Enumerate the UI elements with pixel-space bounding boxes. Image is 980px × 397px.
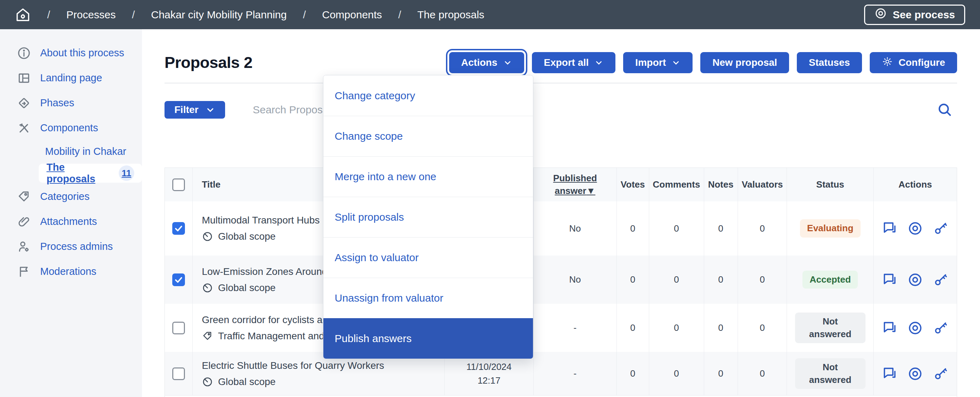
sidebar-item-the-proposals[interactable]: The proposals 11 — [0, 162, 142, 184]
proposal-title[interactable]: Green corridor for cyclists and — [202, 314, 333, 326]
proposal-category: Traffic Management and S — [218, 330, 334, 342]
topbar: / Processes / Chakar city Mobility Plann… — [0, 0, 980, 29]
table-header-row: Title Published answer▼ Votes Comments N… — [165, 168, 957, 201]
published-answer-value: No — [533, 201, 616, 256]
tools-icon — [17, 121, 31, 135]
sidebar-item-attachments[interactable]: Attachments — [0, 209, 142, 234]
row-checkbox[interactable] — [172, 273, 185, 286]
votes-count: 0 — [616, 352, 649, 395]
votes-count: 0 — [616, 256, 649, 304]
proposal-scope: Global scope — [218, 231, 275, 242]
proposal-scope: Global scope — [218, 282, 275, 294]
proposal-title[interactable]: Multimodal Transport Hubs — [202, 215, 320, 226]
export-all-button[interactable]: Export all — [532, 52, 616, 73]
permissions-key-icon[interactable] — [932, 220, 949, 237]
filter-row: Filter — [164, 101, 957, 119]
permissions-key-icon[interactable] — [932, 272, 949, 288]
menu-item-merge-into-new[interactable]: Merge into a new one — [323, 156, 533, 197]
comments-count: 0 — [649, 201, 704, 256]
answer-chat-icon[interactable] — [882, 272, 898, 288]
column-header-status: Status — [787, 168, 873, 201]
breadcrumb-processes[interactable]: Processes — [66, 9, 116, 21]
proposal-title[interactable]: Electric Shuttle Buses for Quarry Worker… — [202, 360, 384, 371]
preview-eye-icon[interactable] — [907, 220, 923, 237]
select-all-checkbox[interactable] — [172, 178, 185, 191]
proposals-count-badge: 11 — [119, 165, 134, 181]
menu-item-unassign-from-valuator[interactable]: Unassign from valuator — [323, 278, 533, 318]
menu-item-change-scope[interactable]: Change scope — [323, 116, 533, 156]
comments-count: 0 — [649, 304, 704, 352]
preview-eye-icon[interactable] — [907, 366, 923, 382]
see-process-button[interactable]: See process — [864, 5, 965, 25]
actions-dropdown-menu: Change category Change scope Merge into … — [323, 75, 533, 359]
sidebar-item-components[interactable]: Components — [0, 116, 142, 140]
search-input[interactable] — [253, 104, 325, 116]
status-badge: Accepted — [802, 271, 858, 289]
breadcrumb: / Processes / Chakar city Mobility Plann… — [15, 7, 484, 23]
search-icon[interactable] — [937, 102, 953, 118]
new-proposal-button[interactable]: New proposal — [700, 52, 789, 73]
answer-chat-icon[interactable] — [882, 366, 898, 382]
column-header-published-answer[interactable]: Published answer▼ — [533, 168, 616, 201]
sidebar-item-phases[interactable]: Phases — [0, 91, 142, 116]
next-row-partial — [165, 395, 957, 397]
sidebar-item-landing-page[interactable]: Landing page — [0, 65, 142, 91]
page-title: Proposals 2 — [164, 54, 253, 72]
breadcrumb-separator: / — [132, 9, 135, 21]
published-answer-value: - — [533, 352, 616, 395]
notes-count: 0 — [704, 352, 738, 395]
sidebar: About this process Landing page Phases — [0, 29, 142, 397]
eye-icon — [874, 7, 887, 22]
table-row: Low-Emission Zones Around I Global scope… — [165, 256, 957, 304]
column-header-actions: Actions — [873, 168, 957, 201]
permissions-key-icon[interactable] — [932, 320, 949, 336]
gear-icon — [882, 56, 893, 70]
home-gear-icon[interactable] — [15, 7, 31, 23]
sidebar-item-process-admins[interactable]: Process admins — [0, 234, 142, 259]
sidebar-item-about[interactable]: About this process — [0, 40, 142, 65]
forbid-circle-icon — [202, 282, 213, 294]
breadcrumb-separator: / — [47, 9, 50, 21]
actions-button[interactable]: Actions — [449, 52, 524, 73]
sidebar-item-moderations[interactable]: Moderations — [0, 259, 142, 284]
proposal-title[interactable]: Low-Emission Zones Around I — [202, 266, 333, 277]
menu-item-assign-to-valuator[interactable]: Assign to valuator — [323, 237, 533, 278]
valuators-count: 0 — [738, 201, 787, 256]
comments-count: 0 — [649, 256, 704, 304]
votes-count: 0 — [616, 201, 649, 256]
import-button[interactable]: Import — [623, 52, 692, 73]
preview-eye-icon[interactable] — [907, 320, 923, 336]
active-item-pill: The proposals 11 — [39, 164, 142, 183]
filter-button[interactable]: Filter — [164, 101, 225, 119]
notes-count: 0 — [704, 256, 738, 304]
proposals-table: Title Published answer▼ Votes Comments N… — [164, 168, 957, 397]
menu-item-split-proposals[interactable]: Split proposals — [323, 197, 533, 237]
breadcrumb-process-name[interactable]: Chakar city Mobility Planning — [151, 9, 287, 21]
table-row: Multimodal Transport Hubs Global scope N… — [165, 201, 957, 256]
breadcrumb-components[interactable]: Components — [322, 9, 382, 21]
table-row: Electric Shuttle Buses for Quarry Worker… — [165, 352, 957, 395]
valuators-count: 0 — [738, 304, 787, 352]
preview-eye-icon[interactable] — [907, 272, 923, 288]
breadcrumb-the-proposals[interactable]: The proposals — [417, 9, 484, 21]
breadcrumb-separator: / — [398, 9, 401, 21]
sidebar-item-categories[interactable]: Categories — [0, 184, 142, 209]
answer-chat-icon[interactable] — [882, 320, 898, 336]
row-checkbox[interactable] — [172, 322, 185, 334]
menu-item-publish-answers[interactable]: Publish answers — [323, 318, 533, 359]
configure-button[interactable]: Configure — [870, 52, 957, 73]
answer-chat-icon[interactable] — [882, 220, 898, 237]
chevron-down-icon — [671, 58, 681, 67]
permissions-key-icon[interactable] — [932, 366, 949, 382]
row-checkbox[interactable] — [172, 367, 185, 380]
sidebar-item-mobility-in-chakar[interactable]: Mobility in Chakar — [0, 140, 142, 162]
row-checkbox[interactable] — [172, 222, 185, 235]
chevron-down-icon — [594, 58, 603, 67]
menu-item-change-category[interactable]: Change category — [323, 75, 533, 116]
comments-count: 0 — [649, 352, 704, 395]
valuators-count: 0 — [738, 256, 787, 304]
sort-desc-icon: ▼ — [586, 186, 595, 196]
main-content: Proposals 2 Actions Export all Import Ne… — [142, 29, 980, 397]
statuses-button[interactable]: Statuses — [797, 52, 862, 73]
status-badge: Evaluating — [800, 219, 860, 237]
